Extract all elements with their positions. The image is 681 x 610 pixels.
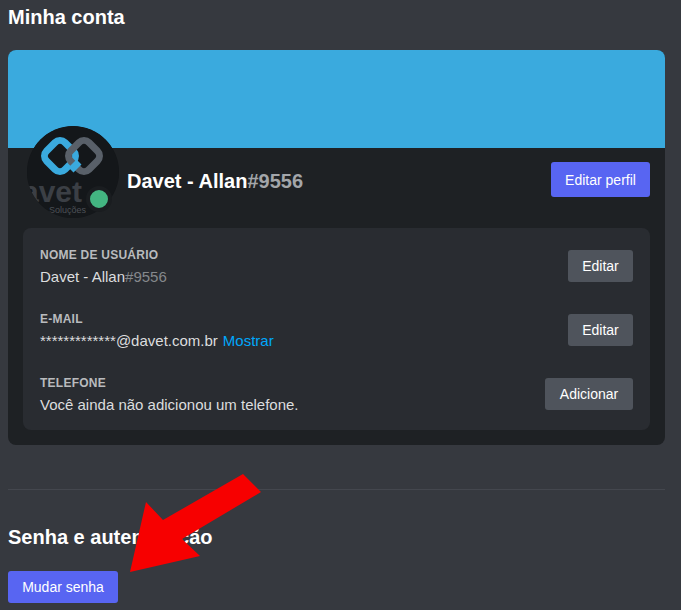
username-field-value: Davet - Allan#9556 [40, 268, 167, 285]
online-status-icon [86, 186, 112, 212]
username-field-label: NOME DE USUÁRIO [40, 248, 167, 262]
svg-text:Soluções: Soluções [49, 205, 87, 215]
username-text: Davet - Allan [127, 170, 247, 192]
account-fields-panel: NOME DE USUÁRIO Davet - Allan#9556 Edita… [23, 228, 650, 430]
section-divider [8, 489, 665, 490]
discriminator-text: #9556 [247, 170, 303, 192]
profile-banner [8, 50, 665, 148]
email-field-value: *************@davet.com.brMostrar [40, 332, 274, 349]
edit-profile-button[interactable]: Editar perfil [551, 162, 650, 197]
account-card: avet Soluções Davet - Allan#9556 Editar … [8, 50, 665, 445]
add-phone-button[interactable]: Adicionar [545, 378, 633, 410]
reveal-email-link[interactable]: Mostrar [223, 332, 274, 349]
change-password-button[interactable]: Mudar senha [8, 571, 118, 603]
username-display: Davet - Allan#9556 [127, 170, 303, 193]
page-title: Minha conta [8, 6, 125, 29]
security-section-title: Senha e autenticação [8, 526, 213, 549]
email-field-label: E-MAIL [40, 312, 274, 326]
phone-field-label: TELEFONE [40, 376, 299, 390]
username-field-row: NOME DE USUÁRIO Davet - Allan#9556 Edita… [40, 246, 633, 286]
svg-text:avet: avet [27, 175, 82, 208]
masked-email: *************@davet.com.br [40, 332, 218, 349]
edit-email-button[interactable]: Editar [568, 314, 633, 346]
edit-username-button[interactable]: Editar [568, 250, 633, 282]
red-arrow-annotation-icon [120, 465, 270, 580]
phone-field-row: TELEFONE Você ainda não adicionou um tel… [40, 374, 633, 414]
phone-field-value: Você ainda não adicionou um telefone. [40, 396, 299, 413]
account-settings-page: Minha conta avet Soluções Davet - Allan#… [0, 0, 681, 610]
email-field-row: E-MAIL *************@davet.com.brMostrar… [40, 310, 633, 350]
